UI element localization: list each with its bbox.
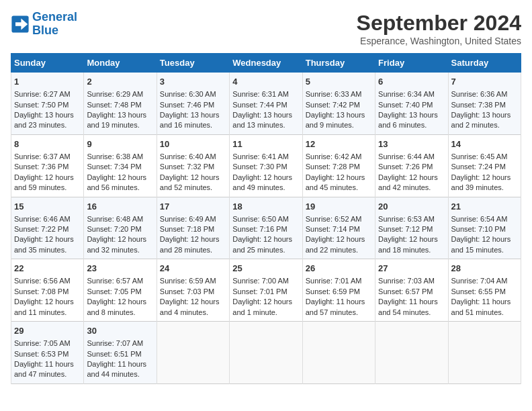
col-header-wednesday: Wednesday bbox=[230, 54, 302, 73]
day-info: and 52 minutes. bbox=[160, 183, 226, 193]
day-info: and 9 minutes. bbox=[306, 120, 372, 130]
day-info: Sunrise: 6:52 AM bbox=[306, 214, 372, 224]
day-info: Sunrise: 7:00 AM bbox=[232, 276, 299, 286]
day-info: Sunset: 7:10 PM bbox=[451, 224, 518, 234]
day-info: Sunset: 7:08 PM bbox=[14, 287, 81, 297]
day-info: Sunset: 7:46 PM bbox=[160, 100, 226, 110]
day-info: and 51 minutes. bbox=[451, 308, 518, 318]
day-info: and 19 minutes. bbox=[87, 120, 153, 130]
day-info: Sunrise: 7:04 AM bbox=[451, 276, 518, 286]
day-info: and 2 minutes. bbox=[451, 120, 518, 130]
day-info: Daylight: 11 hours bbox=[14, 359, 81, 369]
day-number: 29 bbox=[14, 325, 81, 337]
day-info: Sunrise: 7:05 AM bbox=[14, 338, 81, 349]
title-block: September 2024 Esperance, Washington, Un… bbox=[357, 11, 521, 46]
col-header-tuesday: Tuesday bbox=[157, 54, 229, 73]
calendar-cell: 13Sunrise: 6:44 AMSunset: 7:26 PMDayligh… bbox=[375, 134, 448, 197]
day-info: Sunset: 6:51 PM bbox=[87, 349, 153, 359]
logo: General Blue bbox=[11, 11, 77, 38]
day-info: Daylight: 13 hours bbox=[451, 110, 518, 120]
day-info: Sunset: 7:05 PM bbox=[87, 287, 153, 297]
calendar-cell: 23Sunrise: 6:57 AMSunset: 7:05 PMDayligh… bbox=[84, 259, 157, 322]
day-info: Daylight: 12 hours bbox=[160, 234, 226, 244]
calendar-subtitle: Esperance, Washington, United States bbox=[357, 36, 521, 46]
day-info: Sunrise: 6:36 AM bbox=[451, 89, 518, 99]
day-number: 1 bbox=[14, 76, 81, 88]
day-info: and 45 minutes. bbox=[306, 183, 372, 193]
day-info: Sunrise: 6:48 AM bbox=[87, 214, 153, 224]
day-info: Daylight: 11 hours bbox=[451, 297, 518, 307]
day-number: 2 bbox=[87, 76, 153, 88]
day-info: Sunrise: 6:40 AM bbox=[160, 152, 226, 162]
calendar-cell: 26Sunrise: 7:01 AMSunset: 6:59 PMDayligh… bbox=[302, 259, 375, 322]
calendar-cell: 20Sunrise: 6:53 AMSunset: 7:12 PMDayligh… bbox=[375, 197, 448, 259]
day-info: Sunset: 7:14 PM bbox=[306, 224, 372, 234]
calendar-cell: 24Sunrise: 6:59 AMSunset: 7:03 PMDayligh… bbox=[157, 259, 229, 322]
day-info: Daylight: 11 hours bbox=[87, 359, 153, 369]
day-info: Sunrise: 6:33 AM bbox=[306, 89, 372, 99]
day-info: Daylight: 12 hours bbox=[14, 173, 81, 183]
day-info: and 54 minutes. bbox=[378, 308, 445, 318]
day-info: and 15 minutes. bbox=[451, 245, 518, 255]
calendar-cell bbox=[230, 322, 302, 384]
day-number: 18 bbox=[232, 201, 299, 213]
day-info: and 56 minutes. bbox=[87, 183, 153, 193]
day-number: 27 bbox=[378, 263, 445, 275]
day-info: Sunset: 6:59 PM bbox=[306, 287, 372, 297]
day-info: Daylight: 13 hours bbox=[160, 110, 226, 120]
calendar-cell: 18Sunrise: 6:50 AMSunset: 7:16 PMDayligh… bbox=[230, 197, 302, 259]
day-info: Sunrise: 6:38 AM bbox=[87, 152, 153, 162]
day-number: 30 bbox=[87, 325, 153, 337]
calendar-cell: 14Sunrise: 6:45 AMSunset: 7:24 PMDayligh… bbox=[448, 134, 521, 197]
day-info: Sunset: 7:20 PM bbox=[87, 224, 153, 234]
day-number: 12 bbox=[306, 138, 372, 150]
day-info: Sunrise: 6:41 AM bbox=[232, 152, 299, 162]
day-info: Sunrise: 6:31 AM bbox=[232, 89, 299, 99]
day-info: Sunrise: 6:42 AM bbox=[306, 152, 372, 162]
col-header-saturday: Saturday bbox=[448, 54, 521, 73]
day-number: 13 bbox=[378, 138, 445, 150]
day-info: and 8 minutes. bbox=[87, 308, 153, 318]
calendar-cell: 3Sunrise: 6:30 AMSunset: 7:46 PMDaylight… bbox=[157, 73, 229, 135]
day-info: and 25 minutes. bbox=[232, 245, 299, 255]
day-info: Daylight: 12 hours bbox=[87, 234, 153, 244]
calendar-cell: 11Sunrise: 6:41 AMSunset: 7:30 PMDayligh… bbox=[230, 134, 302, 197]
day-info: Sunset: 7:42 PM bbox=[306, 100, 372, 110]
calendar-cell: 29Sunrise: 7:05 AMSunset: 6:53 PMDayligh… bbox=[11, 322, 84, 384]
day-info: Sunset: 7:26 PM bbox=[378, 162, 445, 172]
day-info: Sunrise: 6:37 AM bbox=[14, 152, 81, 162]
day-info: Daylight: 12 hours bbox=[232, 173, 299, 183]
day-number: 10 bbox=[160, 138, 226, 150]
day-info: and 49 minutes. bbox=[232, 183, 299, 193]
day-info: and 44 minutes. bbox=[87, 369, 153, 379]
day-info: Daylight: 12 hours bbox=[451, 173, 518, 183]
day-info: and 23 minutes. bbox=[14, 120, 81, 130]
day-info: Daylight: 12 hours bbox=[14, 297, 81, 307]
day-info: Daylight: 12 hours bbox=[160, 173, 226, 183]
calendar-table: SundayMondayTuesdayWednesdayThursdayFrid… bbox=[11, 53, 521, 384]
day-info: Sunrise: 6:46 AM bbox=[14, 214, 81, 224]
day-info: Sunset: 7:01 PM bbox=[232, 287, 299, 297]
calendar-cell: 9Sunrise: 6:38 AMSunset: 7:34 PMDaylight… bbox=[84, 134, 157, 197]
day-info: and 28 minutes. bbox=[160, 245, 226, 255]
day-number: 28 bbox=[451, 263, 518, 275]
calendar-title: September 2024 bbox=[357, 11, 521, 36]
day-info: Daylight: 12 hours bbox=[87, 173, 153, 183]
day-number: 25 bbox=[232, 263, 299, 275]
day-info: and 32 minutes. bbox=[87, 245, 153, 255]
day-info: Sunset: 7:12 PM bbox=[378, 224, 445, 234]
day-number: 19 bbox=[306, 201, 372, 213]
day-info: Sunset: 7:28 PM bbox=[306, 162, 372, 172]
day-info: Sunset: 7:32 PM bbox=[160, 162, 226, 172]
day-info: Sunrise: 6:57 AM bbox=[87, 276, 153, 286]
day-number: 8 bbox=[14, 138, 81, 150]
day-info: Daylight: 13 hours bbox=[378, 110, 445, 120]
day-info: Sunrise: 6:50 AM bbox=[232, 214, 299, 224]
calendar-cell: 4Sunrise: 6:31 AMSunset: 7:44 PMDaylight… bbox=[230, 73, 302, 135]
calendar-cell: 27Sunrise: 7:03 AMSunset: 6:57 PMDayligh… bbox=[375, 259, 448, 322]
day-info: Daylight: 13 hours bbox=[232, 110, 299, 120]
day-info: Daylight: 12 hours bbox=[14, 234, 81, 244]
day-info: Daylight: 11 hours bbox=[306, 297, 372, 307]
day-info: and 13 minutes. bbox=[232, 120, 299, 130]
day-info: Sunset: 7:36 PM bbox=[14, 162, 81, 172]
